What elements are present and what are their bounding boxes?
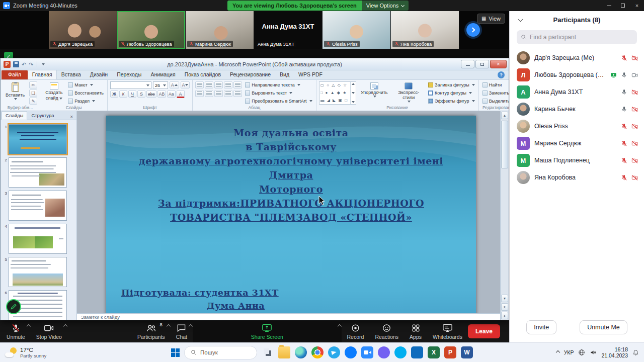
chevron-up-icon[interactable] (167, 324, 171, 328)
italic-button[interactable]: К (119, 90, 127, 98)
taskbar-search[interactable]: Пошук (184, 346, 257, 359)
apps-button[interactable]: Apps (404, 320, 427, 342)
slide-thumbnail[interactable]: 5 (2, 257, 73, 287)
chrome-button[interactable] (311, 346, 324, 358)
tab-view[interactable]: Вид (275, 70, 294, 79)
reactions-button[interactable]: Reactions (369, 320, 404, 342)
shape-outline-button[interactable]: Контур фигуры (427, 89, 476, 97)
numbering-button[interactable] (205, 81, 213, 88)
video-tile-active-speaker[interactable]: Любовь Здоровцева (117, 11, 186, 49)
shapes-gallery[interactable]: ▭ ○ △ ◇ ☆ □ ● ▲ ◆ ★ ▬ ◢ ◣ ▣ □ (319, 81, 356, 105)
zoom-app-button[interactable] (361, 346, 373, 358)
stop-video-button[interactable]: Stop Video (31, 320, 67, 342)
redo-icon[interactable]: ↷ (29, 61, 33, 67)
slide-thumbnail[interactable]: 4 (2, 224, 73, 254)
clock[interactable]: 16:18 21.04.2023 (601, 346, 628, 358)
increase-indent-button[interactable] (224, 81, 232, 88)
chevron-up-icon[interactable] (27, 324, 31, 328)
next-videos-button[interactable] (466, 23, 480, 37)
align-center-button[interactable] (205, 90, 213, 97)
maximize-button[interactable] (616, 0, 630, 11)
ppt-restore-button[interactable] (475, 60, 489, 68)
participant-row[interactable]: Olesia Priss (510, 118, 644, 135)
participant-row[interactable]: М Марина Сердюк (510, 135, 644, 152)
font-size-select[interactable]: 26 (153, 81, 168, 89)
shrink-font-button[interactable]: А (181, 81, 190, 88)
hidden-icons-chevron[interactable] (555, 350, 559, 354)
text-direction-button[interactable]: Направление текста (244, 81, 313, 88)
format-painter-button[interactable]: ✎ (29, 98, 37, 105)
scroll-up-icon[interactable]: ▲ (501, 112, 508, 119)
section-button[interactable]: Раздел (67, 98, 105, 105)
shape-fill-button[interactable]: Заливка фигуры (427, 81, 476, 88)
leave-button[interactable]: Leave (468, 324, 500, 338)
ppt-minimize-button[interactable] (461, 60, 474, 68)
reset-button[interactable]: Восстановить (67, 89, 105, 97)
strikethrough-button[interactable]: abc (146, 90, 156, 98)
select-button[interactable]: Выделить (481, 98, 509, 105)
chat-button[interactable]: Chat (171, 320, 193, 342)
tab-slideshow[interactable]: Показ слайдов (180, 70, 225, 79)
slides-tab[interactable]: Слайды (2, 111, 27, 120)
view-options-button[interactable]: View Options (362, 1, 409, 11)
scrollbar-thumb[interactable] (501, 121, 508, 168)
layout-button[interactable]: Макет (67, 81, 105, 88)
slide-thumbnail[interactable]: 3 (2, 191, 73, 221)
shapes-gallery-scroll[interactable] (350, 82, 356, 104)
next-slide-button[interactable]: » (501, 312, 508, 319)
task-view-button[interactable] (262, 346, 274, 358)
video-tile-no-camera[interactable]: Анна Дума 31ХТ Анна Дума 31ХТ (254, 11, 323, 49)
skype-button[interactable] (394, 346, 407, 358)
video-tile[interactable]: Марина Сердюк (186, 11, 254, 49)
view-button[interactable]: ▦ View (477, 14, 505, 24)
paste-button[interactable]: Вставить (3, 81, 27, 101)
outline-tab[interactable]: Структура (27, 111, 58, 120)
help-icon[interactable]: ? (498, 71, 505, 78)
messenger-button[interactable] (345, 346, 357, 358)
volume-icon[interactable] (590, 349, 597, 356)
find-button[interactable]: Найти (481, 81, 509, 88)
tab-insert[interactable]: Вставка (57, 70, 86, 79)
powerpoint-button[interactable]: P (444, 346, 456, 358)
record-button[interactable]: Record (342, 320, 370, 342)
participant-row[interactable]: Яна Коробова (510, 169, 644, 186)
new-slide-button[interactable]: Создать слайд (43, 81, 65, 102)
participants-button[interactable]: 8 Participants (132, 320, 171, 342)
invite-button[interactable]: Invite (526, 320, 556, 334)
start-button[interactable] (171, 348, 180, 357)
participant-row[interactable]: Л Любовь Здоровцева (Host) (510, 66, 644, 83)
chevron-up-icon[interactable] (63, 324, 67, 328)
outlook-button[interactable] (411, 346, 423, 358)
undo-icon[interactable]: ↶ (22, 61, 26, 67)
slide-editor[interactable]: Моя дуальна освіта в Таврійському держав… (77, 111, 500, 313)
bold-button[interactable]: Ж (110, 90, 118, 98)
align-left-button[interactable] (195, 90, 204, 97)
search-input[interactable] (530, 34, 633, 41)
grow-font-button[interactable]: А (170, 81, 179, 88)
underline-button[interactable]: Ч (128, 90, 136, 98)
slide-thumbnail[interactable]: 2 (2, 157, 73, 188)
quick-styles-button[interactable]: Экспресс-стили (392, 81, 425, 104)
unmute-me-button[interactable]: Unmute Me (580, 320, 627, 334)
tab-file[interactable]: Файл (2, 70, 28, 79)
notes-pane[interactable]: Заметки к слайду (77, 313, 500, 320)
line-spacing-button[interactable] (233, 81, 242, 88)
participant-row[interactable]: Дар'я Зарецька (Ме) (510, 49, 644, 66)
change-case-button[interactable]: Аа (167, 90, 176, 98)
cut-button[interactable]: ✂ (29, 81, 37, 88)
edge-button[interactable] (295, 346, 307, 358)
replace-button[interactable]: Заменить (481, 89, 509, 97)
tab-animations[interactable]: Анимация (146, 70, 180, 79)
whiteboards-button[interactable]: Whiteboards (427, 320, 468, 342)
columns-button[interactable] (233, 90, 242, 97)
scroll-down-icon[interactable]: ▼ (501, 295, 508, 302)
video-tile[interactable]: Дар'я Зарецька (49, 11, 117, 49)
minimize-button[interactable] (602, 0, 616, 11)
arrange-button[interactable]: Упорядочить (358, 81, 390, 99)
unmute-button[interactable]: Unmute (1, 320, 31, 342)
participant-row[interactable]: А Анна Дума 31ХТ (510, 83, 644, 101)
chevron-up-icon[interactable] (189, 324, 193, 328)
tab-review[interactable]: Рецензирование (225, 70, 275, 79)
tab-home[interactable]: Главная (28, 70, 57, 79)
decrease-indent-button[interactable] (214, 81, 223, 88)
